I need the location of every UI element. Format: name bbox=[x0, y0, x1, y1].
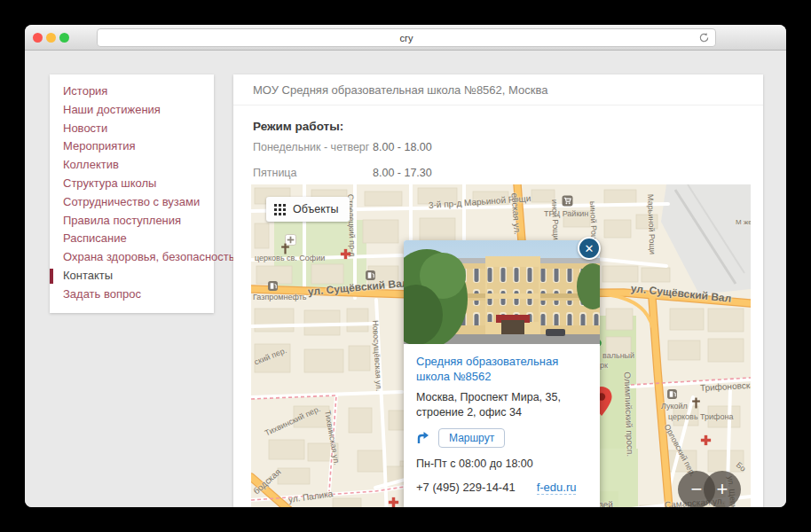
map-balloon: Средняя образовательная школа №8562 Моск… bbox=[404, 240, 600, 507]
page-background: ИсторияНаши достиженияНовостиМероприятия… bbox=[25, 51, 786, 507]
objects-button-label: Объекты bbox=[293, 203, 339, 215]
school-address: Москва, Проспект Мира, 35, строение 2, о… bbox=[416, 390, 587, 420]
sidebar-menu: ИсторияНаши достиженияНовостиМероприятия… bbox=[50, 74, 214, 313]
minimize-window-button[interactable] bbox=[46, 33, 56, 43]
schedule-day: Понедельник - четверг bbox=[253, 141, 373, 153]
sidebar-item-label: История bbox=[63, 84, 107, 98]
schedule-heading: Режим работы: bbox=[253, 120, 744, 133]
browser-window: сгу ИсторияНаши достиженияНовостиМеропри… bbox=[25, 25, 786, 507]
sidebar-item-label: Коллектив bbox=[63, 158, 119, 171]
school-site-link[interactable]: f-edu.ru bbox=[537, 481, 577, 495]
church-icon bbox=[690, 397, 702, 409]
fuel-icon bbox=[267, 280, 279, 292]
schedule-hours: 8.00 - 17.30 bbox=[373, 167, 432, 179]
school-hours: Пн-Пт с 08:00 до 18:00 bbox=[416, 458, 587, 470]
sidebar-item[interactable]: Правила поступления bbox=[50, 212, 214, 231]
sidebar-item-label: Контакты bbox=[63, 269, 113, 282]
sidebar-item[interactable]: История bbox=[50, 82, 214, 101]
route-button[interactable]: Маршрут bbox=[438, 428, 505, 448]
cart-icon bbox=[562, 195, 573, 207]
map-canvas[interactable]: кая ул.Стрелецкий пр-д3-й пр-д Марьиной … bbox=[251, 184, 751, 507]
sidebar-item-label: Наши достижения bbox=[63, 103, 161, 116]
medcross-icon bbox=[700, 434, 712, 446]
zoom-window-button[interactable] bbox=[59, 33, 69, 43]
close-icon: ✕ bbox=[585, 242, 594, 255]
medcross-icon bbox=[340, 248, 351, 260]
schedule-day: Пятница bbox=[253, 167, 373, 179]
school-title-link[interactable]: Средняя образовательная школа №8562 bbox=[416, 355, 587, 385]
sidebar-item[interactable]: Коллектив bbox=[50, 156, 214, 175]
page-title: МОУ Средняя образовательная школа №8562,… bbox=[233, 74, 763, 106]
school-phone: +7 (495) 229-14-41 bbox=[416, 481, 516, 495]
main-content: МОУ Средняя образовательная школа №8562,… bbox=[233, 74, 763, 507]
medcross-icon bbox=[388, 497, 399, 507]
schedule-row: Понедельник - четверг 8.00 - 18.00 bbox=[253, 141, 744, 153]
address-bar-text: сгу bbox=[399, 33, 413, 43]
zoom-out-label: − bbox=[691, 478, 703, 501]
browser-titlebar: сгу bbox=[25, 25, 786, 51]
sidebar-item[interactable]: Контакты bbox=[50, 267, 214, 286]
school-photo bbox=[404, 240, 600, 344]
sidebar-item-label: Расписание bbox=[63, 231, 127, 245]
route-icon bbox=[416, 431, 430, 445]
sidebar-item-label: Правила поступления bbox=[63, 214, 181, 227]
sidebar-item[interactable]: Наши достижения bbox=[50, 101, 214, 120]
sidebar-item-label: Новости bbox=[63, 121, 107, 135]
sidebar-item[interactable]: Задать вопрос bbox=[50, 286, 214, 304]
church-icon bbox=[280, 243, 291, 254]
sidebar-item-label: Охрана здоровья, безопасность bbox=[63, 250, 235, 263]
fuel-icon bbox=[666, 388, 678, 400]
schedule-row: Пятница 8.00 - 17.30 bbox=[253, 167, 744, 179]
balloon-body: Средняя образовательная школа №8562 Моск… bbox=[404, 344, 600, 507]
zoom-in-label: + bbox=[717, 478, 728, 501]
sidebar-item[interactable]: Охрана здоровья, безопасность bbox=[50, 248, 214, 267]
sidebar-item[interactable]: Структура школы bbox=[50, 175, 214, 193]
route-row: Маршрут bbox=[416, 428, 587, 448]
sidebar-item[interactable]: Мероприятия bbox=[50, 137, 214, 156]
close-window-button[interactable] bbox=[33, 33, 43, 43]
grid-icon bbox=[274, 204, 286, 215]
sidebar-item-label: Задать вопрос bbox=[63, 287, 141, 301]
sidebar-item-label: Сотрудничество с вузами bbox=[63, 195, 200, 208]
objects-button[interactable]: Объекты bbox=[266, 197, 350, 222]
sidebar-item[interactable]: Расписание bbox=[50, 230, 214, 248]
balloon-close-button[interactable]: ✕ bbox=[578, 237, 601, 260]
fuel-icon bbox=[365, 270, 376, 281]
schedule-hours: 8.00 - 18.00 bbox=[373, 141, 432, 153]
sidebar-item-label: Мероприятия bbox=[63, 139, 136, 153]
refresh-icon[interactable] bbox=[698, 32, 710, 43]
sidebar-item[interactable]: Новости bbox=[50, 120, 214, 138]
address-bar[interactable]: сгу bbox=[97, 28, 716, 47]
sidebar-item[interactable]: Сотрудничество с вузами bbox=[50, 193, 214, 212]
phone-row: +7 (495) 229-14-41 f-edu.ru bbox=[416, 481, 587, 495]
sidebar-item-label: Структура школы bbox=[63, 176, 156, 190]
zoom-in-button[interactable]: + bbox=[704, 471, 741, 507]
